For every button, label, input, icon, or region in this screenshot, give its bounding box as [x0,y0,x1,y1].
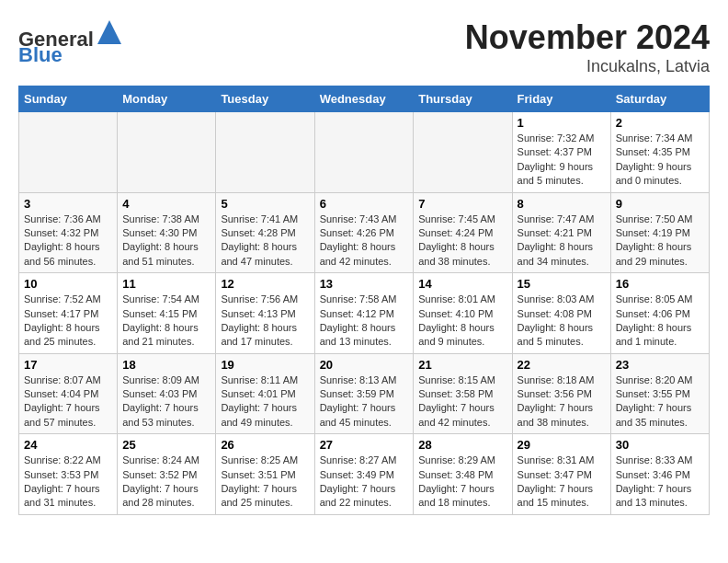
day-cell-15: 15Sunrise: 8:03 AMSunset: 4:08 PMDayligh… [512,273,610,354]
day-info: Sunrise: 8:24 AMSunset: 3:52 PMDaylight:… [122,454,210,511]
weekday-monday: Monday [118,86,216,112]
day-info: Sunrise: 8:20 AMSunset: 3:55 PMDaylight:… [616,373,704,431]
day-cell-18: 18Sunrise: 8:09 AMSunset: 4:03 PMDayligh… [118,353,216,434]
day-info: Sunrise: 7:34 AMSunset: 4:35 PMDaylight:… [616,132,704,189]
empty-cell [314,112,414,193]
day-info: Sunrise: 8:33 AMSunset: 3:46 PMDaylight:… [616,454,704,511]
day-cell-3: 3Sunrise: 7:36 AMSunset: 4:32 PMDaylight… [19,192,118,273]
day-number: 25 [122,438,210,452]
day-cell-28: 28Sunrise: 8:29 AMSunset: 3:48 PMDayligh… [414,434,512,515]
logo-icon [96,18,123,46]
day-number: 14 [418,277,506,291]
day-number: 20 [320,358,409,372]
day-cell-16: 16Sunrise: 8:05 AMSunset: 4:06 PMDayligh… [610,273,709,354]
day-info: Sunrise: 8:13 AMSunset: 3:59 PMDaylight:… [320,373,409,431]
svg-marker-0 [97,20,121,44]
day-number: 4 [122,197,210,211]
day-number: 5 [221,197,309,211]
day-number: 23 [616,358,704,372]
day-number: 2 [616,116,704,130]
day-number: 27 [320,438,409,452]
day-info: Sunrise: 8:01 AMSunset: 4:10 PMDaylight:… [418,293,506,350]
day-info: Sunrise: 8:18 AMSunset: 3:56 PMDaylight:… [518,373,606,431]
day-cell-24: 24Sunrise: 8:22 AMSunset: 3:53 PMDayligh… [19,434,118,515]
day-cell-22: 22Sunrise: 8:18 AMSunset: 3:56 PMDayligh… [512,353,610,434]
day-cell-21: 21Sunrise: 8:15 AMSunset: 3:58 PMDayligh… [414,353,512,434]
day-info: Sunrise: 7:47 AMSunset: 4:21 PMDaylight:… [518,213,606,270]
empty-cell [216,112,314,193]
day-number: 15 [518,277,606,291]
day-cell-6: 6Sunrise: 7:43 AMSunset: 4:26 PMDaylight… [314,192,414,273]
week-row-1: 1Sunrise: 7:32 AMSunset: 4:37 PMDaylight… [19,112,710,193]
day-cell-5: 5Sunrise: 7:41 AMSunset: 4:28 PMDaylight… [216,192,314,273]
weekday-friday: Friday [512,86,610,112]
day-info: Sunrise: 7:52 AMSunset: 4:17 PMDaylight:… [24,293,112,350]
day-cell-25: 25Sunrise: 8:24 AMSunset: 3:52 PMDayligh… [118,434,216,515]
week-row-4: 17Sunrise: 8:07 AMSunset: 4:04 PMDayligh… [19,353,710,434]
day-number: 16 [616,277,704,291]
day-number: 9 [616,197,704,211]
day-cell-10: 10Sunrise: 7:52 AMSunset: 4:17 PMDayligh… [19,273,118,354]
day-number: 24 [24,438,112,452]
day-number: 17 [24,358,112,372]
empty-cell [118,112,216,193]
day-info: Sunrise: 8:07 AMSunset: 4:04 PMDaylight:… [24,373,112,431]
empty-cell [19,112,118,193]
month-title: November 2024 [465,18,710,57]
day-cell-20: 20Sunrise: 8:13 AMSunset: 3:59 PMDayligh… [314,353,414,434]
day-number: 19 [221,358,309,372]
day-info: Sunrise: 8:15 AMSunset: 3:58 PMDaylight:… [418,373,506,431]
day-info: Sunrise: 8:11 AMSunset: 4:01 PMDaylight:… [221,373,309,431]
day-cell-19: 19Sunrise: 8:11 AMSunset: 4:01 PMDayligh… [216,353,314,434]
day-number: 18 [122,358,210,372]
day-info: Sunrise: 8:29 AMSunset: 3:48 PMDaylight:… [418,454,506,511]
day-number: 6 [320,197,409,211]
day-info: Sunrise: 8:09 AMSunset: 4:03 PMDaylight:… [122,373,210,431]
day-info: Sunrise: 7:41 AMSunset: 4:28 PMDaylight:… [221,213,309,270]
weekday-tuesday: Tuesday [216,86,314,112]
day-cell-11: 11Sunrise: 7:54 AMSunset: 4:15 PMDayligh… [118,273,216,354]
day-info: Sunrise: 7:45 AMSunset: 4:24 PMDaylight:… [418,213,506,270]
day-info: Sunrise: 8:31 AMSunset: 3:47 PMDaylight:… [518,454,606,511]
weekday-thursday: Thursday [414,86,512,112]
day-number: 11 [122,277,210,291]
day-cell-12: 12Sunrise: 7:56 AMSunset: 4:13 PMDayligh… [216,273,314,354]
weekday-saturday: Saturday [610,86,709,112]
day-cell-30: 30Sunrise: 8:33 AMSunset: 3:46 PMDayligh… [610,434,709,515]
day-cell-17: 17Sunrise: 8:07 AMSunset: 4:04 PMDayligh… [19,353,118,434]
day-cell-9: 9Sunrise: 7:50 AMSunset: 4:19 PMDaylight… [610,192,709,273]
day-cell-1: 1Sunrise: 7:32 AMSunset: 4:37 PMDaylight… [512,112,610,193]
day-cell-29: 29Sunrise: 8:31 AMSunset: 3:47 PMDayligh… [512,434,610,515]
day-cell-2: 2Sunrise: 7:34 AMSunset: 4:35 PMDaylight… [610,112,709,193]
day-info: Sunrise: 7:36 AMSunset: 4:32 PMDaylight:… [24,213,112,270]
day-number: 7 [418,197,506,211]
day-info: Sunrise: 7:43 AMSunset: 4:26 PMDaylight:… [320,213,409,270]
day-number: 12 [221,277,309,291]
empty-cell [414,112,512,193]
page-header: General Blue November 2024 Incukalns, La… [18,18,710,76]
week-row-3: 10Sunrise: 7:52 AMSunset: 4:17 PMDayligh… [19,273,710,354]
day-info: Sunrise: 8:25 AMSunset: 3:51 PMDaylight:… [221,454,309,511]
day-info: Sunrise: 7:54 AMSunset: 4:15 PMDaylight:… [122,293,210,350]
calendar-table: SundayMondayTuesdayWednesdayThursdayFrid… [18,86,710,515]
day-number: 1 [518,116,606,130]
day-info: Sunrise: 7:32 AMSunset: 4:37 PMDaylight:… [518,132,606,189]
title-block: November 2024 Incukalns, Latvia [465,18,710,76]
day-cell-14: 14Sunrise: 8:01 AMSunset: 4:10 PMDayligh… [414,273,512,354]
day-cell-27: 27Sunrise: 8:27 AMSunset: 3:49 PMDayligh… [314,434,414,515]
calendar-body: 1Sunrise: 7:32 AMSunset: 4:37 PMDaylight… [19,112,710,515]
day-info: Sunrise: 8:03 AMSunset: 4:08 PMDaylight:… [518,293,606,350]
day-info: Sunrise: 7:58 AMSunset: 4:12 PMDaylight:… [320,293,409,350]
day-number: 28 [418,438,506,452]
day-number: 26 [221,438,309,452]
day-cell-4: 4Sunrise: 7:38 AMSunset: 4:30 PMDaylight… [118,192,216,273]
day-number: 8 [518,197,606,211]
day-info: Sunrise: 8:05 AMSunset: 4:06 PMDaylight:… [616,293,704,350]
logo: General Blue [18,18,123,67]
day-number: 3 [24,197,112,211]
day-cell-26: 26Sunrise: 8:25 AMSunset: 3:51 PMDayligh… [216,434,314,515]
day-info: Sunrise: 7:56 AMSunset: 4:13 PMDaylight:… [221,293,309,350]
day-cell-13: 13Sunrise: 7:58 AMSunset: 4:12 PMDayligh… [314,273,414,354]
day-info: Sunrise: 8:27 AMSunset: 3:49 PMDaylight:… [320,454,409,511]
weekday-header-row: SundayMondayTuesdayWednesdayThursdayFrid… [19,86,710,112]
